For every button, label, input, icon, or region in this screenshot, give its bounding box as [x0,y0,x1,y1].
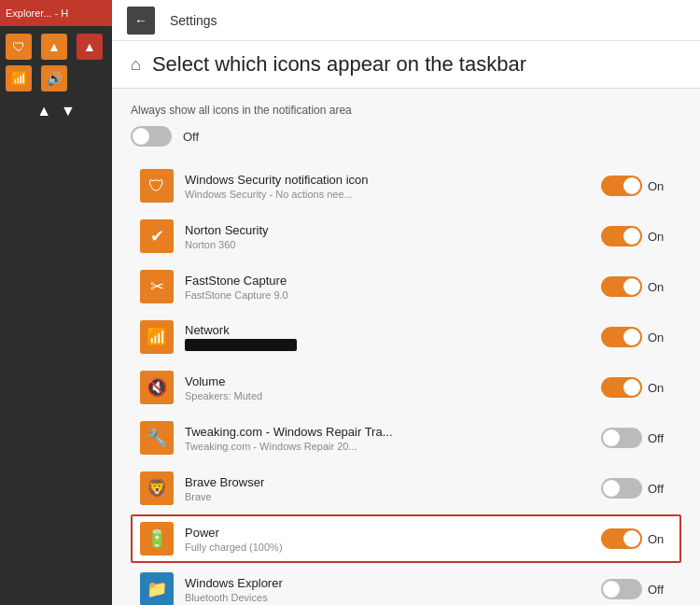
sidebar: Explorer... - H 🛡 ▲ ▲ 📶 🔊 ▲ ▼ [0,0,112,605]
item-icon: 🦁 [140,471,174,505]
item-icon: 🔧 [140,421,174,455]
item-sub-redacted [185,339,297,351]
sidebar-top-label: Explorer... - H [6,7,68,19]
item-toggle[interactable] [601,176,642,196]
item-toggle-label: Off [648,583,672,597]
item-icon: 🔋 [140,522,174,556]
item-toggle[interactable] [601,377,642,398]
item-icon: 🔇 [140,371,174,404]
item-text: FastStone Capture FastStone Capture 9.0 [185,274,590,301]
item-toggle[interactable] [601,528,642,549]
list-item: 🔇 Volume Speakers: Muted On [131,363,681,412]
item-toggle-label: On [648,381,672,395]
item-toggle[interactable] [601,276,642,297]
item-sub: Norton 360 [185,239,590,250]
item-toggle-area: On [601,226,672,246]
item-toggle-label: On [648,331,672,345]
taskbar-icon-wifi: 📶 [6,65,32,91]
item-text: Norton Security Norton 360 [185,223,590,250]
sidebar-arrows: ▲ ▼ [0,99,112,123]
item-name: Norton Security [185,223,590,237]
item-toggle-area: On [601,176,672,196]
taskbar-icon-up1: ▲ [41,34,67,60]
item-icon: ✔ [140,219,174,253]
item-toggle-label: Off [648,431,672,445]
item-toggle[interactable] [601,226,642,246]
items-list: 🛡 Windows Security notification icon Win… [131,162,681,605]
always-show-label: Always show all icons in the notificatio… [131,104,681,117]
item-toggle-area: Off [601,428,672,448]
item-sub: Tweaking.com - Windows Repair 20... [185,441,590,452]
item-toggle-area: On [601,528,672,549]
taskbar-icon-up2: ▲ [77,34,103,60]
item-text: Brave Browser Brave [185,475,590,502]
sidebar-top-bar: Explorer... - H [0,0,112,26]
home-icon: ⌂ [131,55,141,75]
list-item: 🔋 Power Fully charged (100%) On [131,514,681,563]
item-icon: 📁 [140,572,174,605]
taskbar-icon-speaker: 🔊 [41,65,67,91]
list-item: 🛡 Windows Security notification icon Win… [131,162,681,210]
item-name: Network [185,323,590,337]
item-name: Volume [185,374,590,388]
item-toggle-label: On [648,532,672,546]
item-icon: 🛡 [140,169,174,203]
item-toggle-label: On [648,230,672,244]
header-bar: ← Settings [112,0,700,41]
list-item: ✂ FastStone Capture FastStone Capture 9.… [131,262,681,311]
page-title-bar: ⌂ Select which icons appear on the taskb… [112,41,700,89]
always-show-toggle[interactable] [131,126,172,147]
item-name: Windows Explorer [185,576,590,590]
arrow-up-icon[interactable]: ▲ [36,103,51,120]
item-name: Power [185,526,590,540]
back-button[interactable]: ← [127,7,155,35]
taskbar-icon-grid: 🛡 ▲ ▲ 📶 🔊 [0,26,112,99]
item-toggle-label: On [648,179,672,193]
item-toggle[interactable] [601,478,642,499]
list-item: ✔ Norton Security Norton 360 On [131,212,681,260]
list-item: 📁 Windows Explorer Bluetooth Devices Off [131,565,681,605]
item-toggle[interactable] [601,327,642,347]
item-sub: Windows Security - No actions nee... [185,189,590,200]
item-icon: ✂ [140,270,174,303]
always-show-row: Off [131,126,681,147]
item-sub: Fully charged (100%) [185,542,590,553]
item-sub: Bluetooth Devices [185,592,590,603]
item-toggle[interactable] [601,579,642,599]
list-item: 🔧 Tweaking.com - Windows Repair Tra... T… [131,414,681,462]
item-name: Tweaking.com - Windows Repair Tra... [185,425,590,439]
taskbar-icon-shield: 🛡 [6,34,32,60]
item-toggle-area: On [601,377,672,398]
item-toggle-area: Off [601,478,672,499]
item-text: Volume Speakers: Muted [185,374,590,401]
item-text: Network [185,323,590,351]
back-icon: ← [134,13,147,28]
item-name: Brave Browser [185,475,590,489]
item-text: Power Fully charged (100%) [185,526,590,553]
item-sub: FastStone Capture 9.0 [185,289,590,301]
item-name: FastStone Capture [185,274,590,288]
settings-body: Always show all icons in the notificatio… [112,89,700,605]
item-toggle-area: Off [601,579,672,599]
item-toggle-label: On [648,280,672,294]
list-item: 📶 Network On [131,313,681,361]
item-icon: 📶 [140,320,174,354]
item-toggle-area: On [601,276,672,297]
item-toggle[interactable] [601,428,642,448]
item-text: Windows Explorer Bluetooth Devices [185,576,590,603]
always-show-toggle-text: Off [183,130,199,144]
item-sub: Speakers: Muted [185,390,590,401]
list-item: 🦁 Brave Browser Brave Off [131,464,681,513]
item-name: Windows Security notification icon [185,173,590,187]
main-content: ← Settings ⌂ Select which icons appear o… [112,0,700,605]
header-title: Settings [170,13,217,28]
item-text: Windows Security notification icon Windo… [185,173,590,200]
arrow-down-icon[interactable]: ▼ [61,103,76,120]
item-text: Tweaking.com - Windows Repair Tra... Twe… [185,425,590,452]
item-sub: Brave [185,491,590,502]
item-toggle-label: Off [648,482,672,496]
page-title: Select which icons appear on the taskbar [152,52,526,77]
item-toggle-area: On [601,327,672,347]
